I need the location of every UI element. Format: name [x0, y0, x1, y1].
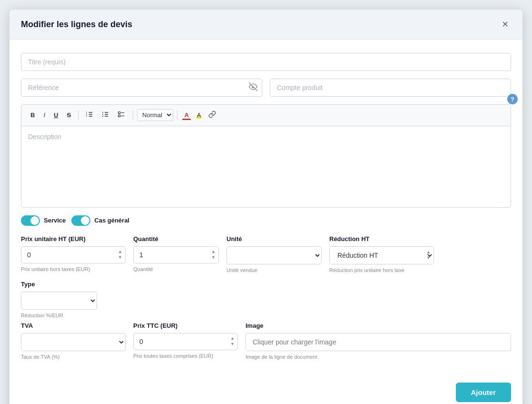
toolbar-divider-2 [133, 111, 133, 120]
image-input[interactable] [246, 333, 511, 351]
toggle-row: Service Cas général [21, 215, 511, 226]
reduction-hint: Réduction prix unitaire hors taxe [329, 267, 434, 273]
reduction-group: Réduction HT Réduction HT Réduction % ▲ … [329, 235, 434, 273]
prix-ttc-hint: Prix toutes taxes comprises (EUR) [133, 353, 238, 359]
service-toggle-group: Service [21, 215, 66, 226]
rte-toolbar: B I U S 1.2.3. Normal [21, 105, 511, 126]
modal-title: Modifier les lignes de devis [21, 20, 132, 30]
type-group: Type Réduction %/EUR [21, 281, 97, 318]
add-button[interactable]: Ajouter [456, 383, 512, 402]
fields-row-2: TVA Taux de TVA (%) Prix TTC (EUR) ▲ ▼ P… [21, 322, 511, 360]
svg-rect-13 [118, 112, 120, 114]
reduction-spinners: ▲ ▼ [425, 250, 432, 261]
modal-container: Modifier les lignes de devis × [10, 10, 522, 404]
quantite-input[interactable] [133, 246, 219, 263]
eye-icon[interactable] [249, 82, 257, 93]
titre-input[interactable] [21, 53, 511, 71]
modal-body: ? B I U S 1.2.3. [10, 40, 522, 375]
ref-compte-row: ? [21, 79, 511, 97]
ordered-list-button[interactable]: 1.2.3. [82, 109, 97, 122]
svg-text:3.: 3. [86, 115, 88, 117]
image-label: Image [246, 322, 511, 329]
quantite-hint: Quantité [133, 266, 219, 272]
quantite-spinners: ▲ ▼ [210, 249, 217, 260]
underline-button[interactable]: U [50, 110, 61, 121]
type-label: Type [21, 281, 97, 288]
titre-row [21, 53, 511, 71]
format-select[interactable]: Normal Titre 1 Titre 2 Titre 3 [137, 109, 173, 121]
close-button[interactable]: × [499, 18, 511, 30]
reference-input[interactable] [21, 79, 262, 97]
tva-group: TVA Taux de TVA (%) [21, 322, 126, 360]
quantite-down[interactable]: ▼ [210, 255, 217, 260]
tva-hint: Taux de TVA (%) [21, 354, 126, 360]
quantite-up[interactable]: ▲ [210, 249, 217, 254]
image-group: Image Image de la ligne de document [246, 322, 511, 360]
quantite-input-wrapper: ▲ ▼ [133, 246, 219, 263]
modal-footer: Ajouter [10, 375, 522, 404]
unite-hint: Unité vendue [227, 267, 322, 273]
prix-ttc-input-wrapper: ▲ ▼ [133, 333, 238, 350]
prix-ht-input[interactable] [21, 246, 126, 263]
prix-ht-up[interactable]: ▲ [117, 249, 124, 254]
svg-point-11 [102, 114, 103, 115]
fields-row-1: Prix unitaire HT (EUR) ▲ ▼ Prix unitaire… [21, 235, 511, 318]
reduction-select[interactable]: Réduction HT Réduction % [329, 246, 434, 264]
svg-point-12 [102, 116, 103, 117]
modal-header: Modifier les lignes de devis × [10, 10, 522, 40]
service-toggle[interactable] [21, 215, 40, 226]
description-placeholder: Description [28, 133, 61, 141]
prix-ttc-input[interactable] [133, 333, 238, 350]
reduction-label: Réduction HT [329, 235, 434, 242]
reduction-up[interactable]: ▲ [425, 250, 432, 255]
type-select[interactable] [21, 292, 97, 310]
cas-general-toggle-group: Cas général [71, 215, 129, 226]
unite-label: Unité [227, 235, 322, 242]
reduction-input-wrapper: Réduction HT Réduction % ▲ ▼ [329, 246, 434, 264]
compte-wrapper: ? [270, 79, 511, 97]
quantite-label: Quantité [133, 235, 219, 242]
text-color-button[interactable]: A [181, 110, 192, 121]
quantite-group: Quantité ▲ ▼ Quantité [133, 235, 219, 272]
cas-general-toggle[interactable] [71, 215, 90, 226]
unordered-list-button[interactable] [99, 109, 113, 122]
toolbar-divider-3 [177, 111, 177, 120]
task-list-button[interactable] [115, 109, 129, 122]
prix-ttc-label: Prix TTC (EUR) [133, 322, 238, 329]
prix-ttc-down[interactable]: ▼ [229, 342, 236, 347]
description-area[interactable]: Description [21, 126, 511, 207]
reference-wrapper [21, 79, 262, 97]
prix-ht-group: Prix unitaire HT (EUR) ▲ ▼ Prix unitaire… [21, 235, 126, 272]
prix-ttc-up[interactable]: ▲ [229, 336, 236, 341]
tva-label: TVA [21, 322, 126, 329]
service-label: Service [44, 217, 66, 224]
unite-select[interactable] [227, 246, 322, 264]
svg-rect-14 [118, 115, 120, 117]
type-hint: Réduction %/EUR [21, 313, 97, 318]
toolbar-divider-1 [78, 111, 79, 120]
prix-ttc-spinners: ▲ ▼ [229, 336, 236, 347]
rte-container: B I U S 1.2.3. Normal [21, 104, 511, 208]
strikethrough-button[interactable]: S [63, 110, 74, 121]
italic-button[interactable]: I [40, 110, 49, 121]
compte-produit-input[interactable] [270, 79, 511, 97]
prix-ht-spinners: ▲ ▼ [117, 249, 124, 260]
prix-ht-hint: Prix unitaire hors taxes (EUR) [21, 266, 126, 272]
cas-general-label: Cas général [94, 217, 129, 224]
tva-select[interactable] [21, 333, 126, 351]
prix-ht-label: Prix unitaire HT (EUR) [21, 235, 126, 242]
bold-button[interactable]: B [27, 110, 38, 121]
prix-ttc-group: Prix TTC (EUR) ▲ ▼ Prix toutes taxes com… [133, 322, 238, 359]
reduction-down[interactable]: ▼ [425, 255, 432, 261]
prix-ht-input-wrapper: ▲ ▼ [21, 246, 126, 263]
image-hint: Image de la ligne de document [246, 354, 511, 360]
link-button[interactable] [206, 109, 218, 121]
highlight-button[interactable]: A [194, 110, 204, 121]
svg-point-10 [102, 112, 103, 113]
prix-ht-down[interactable]: ▼ [117, 255, 124, 260]
unite-group: Unité Unité vendue [227, 235, 322, 273]
help-icon[interactable]: ? [507, 94, 518, 104]
